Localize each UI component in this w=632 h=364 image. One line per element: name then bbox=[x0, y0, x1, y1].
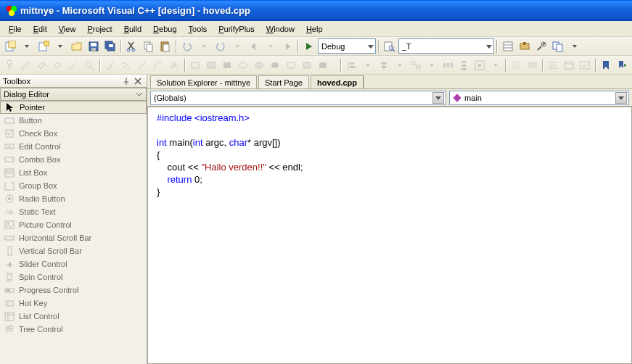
ellipse-solid-icon[interactable] bbox=[268, 57, 283, 73]
toolbox-item-group-box[interactable]: Group Box bbox=[0, 179, 147, 192]
toolbox-item-vertical-scroll-bar[interactable]: Vertical Scroll Bar bbox=[0, 244, 147, 257]
align-left-icon[interactable] bbox=[344, 57, 359, 73]
add-item-button[interactable] bbox=[36, 38, 52, 54]
ellipse-fill-icon[interactable] bbox=[252, 57, 267, 73]
toolbox-item-slider-control[interactable]: Slider Control bbox=[0, 257, 147, 270]
space-v-icon[interactable] bbox=[456, 57, 471, 73]
solution-config-dropdown[interactable]: Debug bbox=[318, 38, 376, 54]
dropdown-arrow-icon[interactable] bbox=[360, 57, 375, 73]
close-button[interactable] bbox=[132, 76, 144, 86]
dropdown-arrow-icon[interactable] bbox=[488, 57, 503, 73]
menu-window[interactable]: Window bbox=[260, 23, 300, 35]
toolbox-item-static-text[interactable]: AaStatic Text bbox=[0, 205, 147, 218]
open-button[interactable] bbox=[69, 38, 85, 54]
space-h-icon[interactable] bbox=[440, 57, 455, 73]
nav-forward-button[interactable] bbox=[279, 38, 295, 54]
toolbox-item-tree-control[interactable]: Tree Control bbox=[0, 323, 147, 336]
menu-file[interactable]: File bbox=[3, 23, 28, 35]
start-debug-button[interactable] bbox=[301, 38, 317, 54]
save-all-button[interactable] bbox=[102, 38, 118, 54]
menu-tools[interactable]: Tools bbox=[183, 23, 213, 35]
tab-order-icon[interactable] bbox=[546, 57, 561, 73]
cut-button[interactable] bbox=[124, 38, 140, 54]
roundrect-icon[interactable] bbox=[283, 57, 298, 73]
dropdown-arrow-icon[interactable] bbox=[263, 38, 279, 54]
dropdown-arrow-icon[interactable] bbox=[19, 38, 35, 54]
dropdown-arrow-icon[interactable] bbox=[52, 38, 68, 54]
roundrect-solid-icon[interactable] bbox=[315, 57, 330, 73]
properties-button[interactable] bbox=[500, 38, 516, 54]
undo-button[interactable] bbox=[179, 38, 195, 54]
fill-icon[interactable] bbox=[50, 57, 65, 73]
menu-debug[interactable]: Debug bbox=[147, 23, 182, 35]
text-icon[interactable]: A bbox=[167, 57, 182, 73]
member-combo[interactable]: main bbox=[449, 91, 629, 105]
menu-purifyplus[interactable]: PurifyPlus bbox=[213, 23, 260, 35]
bookmark-button[interactable] bbox=[599, 57, 614, 73]
paste-button[interactable] bbox=[157, 38, 173, 54]
toolbox-item-edit-control[interactable]: abEdit Control bbox=[0, 140, 147, 153]
curve-icon[interactable] bbox=[151, 57, 166, 73]
same-size-icon[interactable] bbox=[408, 57, 423, 73]
toolbox-item-button[interactable]: Button bbox=[0, 114, 147, 127]
code-editor[interactable]: #include <iostream.h> int main(int argc,… bbox=[147, 107, 632, 364]
scope-combo[interactable]: (Globals) bbox=[150, 91, 446, 105]
tab-start-page[interactable]: Start Page bbox=[258, 75, 309, 88]
spray-icon[interactable] bbox=[119, 57, 134, 73]
rect-fill-icon[interactable] bbox=[204, 57, 219, 73]
bookmark-next-button[interactable] bbox=[615, 57, 630, 73]
tools-button[interactable] bbox=[533, 38, 549, 54]
menu-edit[interactable]: Edit bbox=[28, 23, 53, 35]
pencil-icon[interactable] bbox=[18, 57, 33, 73]
grid-icon[interactable] bbox=[509, 57, 524, 73]
nav-back-button[interactable] bbox=[246, 38, 262, 54]
rect-outline-icon[interactable] bbox=[188, 57, 203, 73]
eyedropper-icon[interactable] bbox=[66, 57, 81, 73]
toolbox-item-progress-control[interactable]: Progress Control bbox=[0, 284, 147, 297]
menu-project[interactable]: Project bbox=[81, 23, 118, 35]
roundrect-fill-icon[interactable] bbox=[299, 57, 314, 73]
find-in-files-button[interactable] bbox=[382, 38, 398, 54]
test-dialog-icon[interactable] bbox=[562, 57, 577, 73]
redo-button[interactable] bbox=[213, 38, 229, 54]
toolbox-item-check-box[interactable]: Check Box bbox=[0, 127, 147, 140]
find-input[interactable]: _T bbox=[398, 38, 494, 54]
zoom-icon[interactable] bbox=[82, 57, 97, 73]
tool-button[interactable] bbox=[2, 57, 17, 73]
eraser-icon[interactable] bbox=[34, 57, 49, 73]
toolbox-item-horizontal-scroll-bar[interactable]: Horizontal Scroll Bar bbox=[0, 231, 147, 244]
center-h-icon[interactable] bbox=[376, 57, 391, 73]
toolbox-button[interactable] bbox=[517, 38, 533, 54]
tab-hoved-cpp[interactable]: hoved.cpp bbox=[311, 75, 364, 88]
dropdown-arrow-icon[interactable] bbox=[196, 38, 212, 54]
copy-button[interactable] bbox=[141, 38, 157, 54]
toolbox-item-pointer[interactable]: Pointer bbox=[0, 101, 147, 114]
guides-icon[interactable] bbox=[525, 57, 540, 73]
window-button[interactable] bbox=[550, 38, 566, 54]
toolbox-item-list-box[interactable]: List Box bbox=[0, 166, 147, 179]
dropdown-arrow-icon[interactable] bbox=[392, 57, 407, 73]
center-in-dialog-icon[interactable] bbox=[472, 57, 487, 73]
brush-icon[interactable] bbox=[103, 57, 118, 73]
dialog-editor-group-header[interactable]: Dialog Editor bbox=[0, 88, 147, 101]
ellipse-outline-icon[interactable] bbox=[236, 57, 251, 73]
dropdown-arrow-icon[interactable] bbox=[567, 38, 583, 54]
menu-view[interactable]: View bbox=[53, 23, 82, 35]
toolbox-item-combo-box[interactable]: Combo Box bbox=[0, 153, 147, 166]
toolbox-item-hot-key[interactable]: KHot Key bbox=[0, 297, 147, 310]
check-mnemonics-icon[interactable] bbox=[578, 57, 593, 73]
tab-solution-explorer-mittnye[interactable]: Solution Explorer - mittnye bbox=[150, 75, 257, 88]
save-button[interactable] bbox=[86, 38, 102, 54]
menu-build[interactable]: Build bbox=[118, 23, 147, 35]
dropdown-arrow-icon[interactable] bbox=[424, 57, 439, 73]
line-icon[interactable] bbox=[135, 57, 150, 73]
dropdown-arrow-icon[interactable] bbox=[229, 38, 245, 54]
new-project-button[interactable] bbox=[2, 38, 18, 54]
pin-button[interactable] bbox=[120, 76, 132, 86]
toolbox-item-spin-control[interactable]: Spin Control bbox=[0, 270, 147, 284]
rect-solid-icon[interactable] bbox=[220, 57, 235, 73]
toolbox-item-picture-control[interactable]: Picture Control bbox=[0, 218, 147, 231]
menu-help[interactable]: Help bbox=[300, 23, 329, 35]
toolbox-item-radio-button[interactable]: Radio Button bbox=[0, 192, 147, 205]
toolbox-item-list-control[interactable]: List Control bbox=[0, 310, 147, 323]
